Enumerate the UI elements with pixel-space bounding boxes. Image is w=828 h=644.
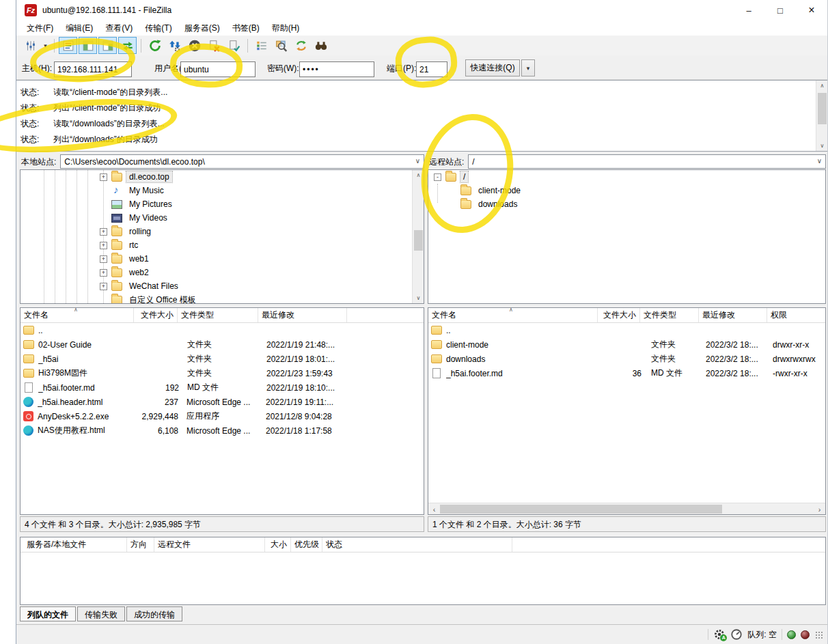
queue-column-remote-file[interactable]: 远程文件 — [154, 537, 265, 552]
tree-item[interactable]: My Videos — [20, 211, 424, 225]
remote-site-combo[interactable]: / ∨ — [468, 154, 826, 169]
file-row[interactable]: Hi3798M固件 文件夹 2022/1/23 1:59:43 — [20, 366, 424, 380]
queue-tab[interactable]: 列队的文件 — [20, 606, 76, 621]
column-header-filesize[interactable]: 文件大小 — [134, 308, 178, 322]
tree-expander[interactable]: + — [100, 269, 107, 277]
local-tree-scrollbar[interactable]: ∧ ∨ — [412, 170, 424, 303]
filter-button[interactable] — [252, 37, 271, 54]
file-row[interactable]: _h5ai.footer.md 192 MD 文件 2022/1/19 18:1… — [20, 380, 424, 395]
resize-grip[interactable] — [814, 630, 823, 639]
file-row[interactable]: _h5ai 文件夹 2022/1/19 18:01:... — [20, 352, 424, 366]
tree-expander[interactable]: + — [100, 283, 107, 290]
tree-expander[interactable]: + — [100, 255, 107, 263]
scrollbar-thumb[interactable] — [440, 505, 722, 514]
scroll-right-icon[interactable]: › — [814, 503, 825, 515]
site-manager-dropdown[interactable]: ▾ — [40, 37, 51, 54]
tree-expander[interactable]: - — [434, 173, 441, 181]
toggle-log-view-button[interactable] — [59, 37, 77, 54]
local-site-combo[interactable]: C:\Users\ecoo\Documents\dl.ecoo.top\ ∨ — [60, 154, 424, 169]
queue-column-direction[interactable]: 方向 — [127, 537, 154, 552]
toggle-remote-tree-button[interactable] — [98, 37, 117, 54]
minimize-button[interactable]: – — [733, 0, 764, 20]
tree-item[interactable]: client-mode — [428, 184, 825, 197]
column-header-filename[interactable]: 文件名 — [428, 308, 598, 322]
tree-item[interactable]: + WeChat Files — [20, 279, 424, 293]
transfer-mode-gear-icon[interactable]: A — [713, 628, 726, 641]
find-files-button[interactable] — [312, 37, 330, 54]
file-row[interactable]: AnyDesk+5.2.2.exe 2,929,448 应用程序 2021/12… — [20, 409, 424, 423]
tree-item[interactable]: + rtc — [20, 238, 424, 252]
menu-item[interactable]: 编辑(E) — [59, 21, 99, 36]
tree-item[interactable]: + web2 — [20, 266, 424, 279]
scroll-left-icon[interactable]: ‹ — [428, 503, 440, 515]
column-header-filetype[interactable]: 文件类型 — [178, 308, 258, 322]
file-row[interactable]: client-mode 文件夹 2022/3/2 18:... drwxr-xr… — [428, 337, 825, 352]
directory-comparison-button[interactable] — [272, 37, 290, 54]
synchronized-browsing-button[interactable] — [292, 37, 310, 54]
file-row[interactable]: _h5ai.header.html 237 Microsoft Edge ...… — [20, 395, 424, 409]
toggle-transfer-queue-button[interactable] — [118, 37, 137, 54]
remote-list-hscrollbar[interactable]: ‹ › — [428, 503, 825, 514]
scroll-down-icon[interactable]: ∨ — [816, 141, 828, 151]
scrollbar-thumb[interactable] — [414, 230, 423, 251]
menu-item[interactable]: 文件(F) — [20, 21, 59, 36]
tree-item[interactable]: - / — [428, 170, 825, 184]
log-scrollbar[interactable]: ∧ ∨ — [816, 81, 827, 151]
scroll-up-icon[interactable]: ∧ — [816, 81, 828, 91]
column-header-modified[interactable]: 最近修改 — [699, 308, 767, 322]
tree-item[interactable]: My Music — [20, 184, 424, 197]
quickconnect-dropdown[interactable]: ▾ — [521, 59, 535, 76]
toggle-local-tree-button[interactable] — [79, 37, 97, 54]
queue-column-status[interactable]: 状态 — [322, 537, 512, 552]
column-header-modified[interactable]: 最近修改 — [258, 308, 347, 322]
menu-item[interactable]: 帮助(H) — [266, 21, 306, 36]
quickconnect-button[interactable]: 快速连接(Q) — [465, 59, 520, 76]
chevron-down-icon[interactable]: ∨ — [415, 157, 420, 165]
file-row[interactable]: downloads 文件夹 2022/3/2 18:... drwxrwxrwx — [428, 352, 825, 366]
tree-item[interactable]: 自定义 Office 模板 — [20, 293, 424, 304]
tree-item[interactable]: + web1 — [20, 252, 424, 266]
cancel-button[interactable] — [185, 37, 204, 54]
scroll-up-icon[interactable]: ∧ — [413, 170, 424, 180]
disconnect-button[interactable] — [205, 37, 223, 54]
reconnect-button[interactable] — [225, 37, 243, 54]
speed-limit-gauge-icon[interactable] — [730, 628, 743, 641]
username-input[interactable] — [180, 61, 256, 77]
tree-item[interactable]: My Pictures — [20, 197, 424, 211]
file-row[interactable]: NAS使用教程.html 6,108 Microsoft Edge ... 20… — [20, 423, 424, 438]
port-input[interactable] — [416, 61, 447, 77]
tree-expander[interactable]: + — [100, 173, 107, 181]
scroll-down-icon[interactable]: ∨ — [413, 293, 424, 303]
column-header-permissions[interactable]: 权限 — [767, 308, 790, 322]
tree-item[interactable]: + dl.ecoo.top — [20, 170, 424, 184]
tree-item[interactable]: downloads — [428, 197, 825, 211]
menu-item[interactable]: 服务器(S) — [178, 21, 226, 36]
site-manager-button[interactable] — [21, 37, 40, 54]
tree-expander[interactable]: + — [100, 228, 107, 236]
file-row[interactable]: _h5ai.footer.md 36 MD 文件 2022/3/2 18:...… — [428, 366, 825, 380]
menu-item[interactable]: 传输(T) — [139, 21, 178, 36]
menu-item[interactable]: 书签(B) — [226, 21, 266, 36]
file-row[interactable]: .. — [428, 323, 825, 337]
file-type: 文件夹 — [187, 339, 260, 350]
scrollbar-thumb[interactable] — [818, 93, 827, 124]
queue-tab[interactable]: 成功的传输 — [126, 606, 182, 621]
menu-item[interactable]: 查看(V) — [99, 21, 139, 36]
password-input[interactable] — [299, 61, 374, 77]
process-queue-button[interactable] — [165, 37, 184, 54]
tree-expander[interactable]: + — [100, 242, 107, 249]
column-header-filetype[interactable]: 文件类型 — [640, 308, 699, 322]
file-row[interactable]: .. — [20, 323, 424, 337]
refresh-button[interactable] — [146, 37, 164, 54]
tree-item[interactable]: + rolling — [20, 225, 424, 238]
host-input[interactable] — [54, 61, 132, 77]
chevron-down-icon[interactable]: ∨ — [817, 157, 822, 165]
close-button[interactable]: × — [796, 0, 827, 20]
maximize-button[interactable]: □ — [764, 0, 796, 20]
queue-column-server-local-file[interactable]: 服务器/本地文件 — [23, 537, 127, 552]
column-header-filesize[interactable]: 文件大小 — [598, 308, 640, 322]
queue-column-size[interactable]: 大小 — [265, 537, 291, 552]
file-row[interactable]: 02-User Guide 文件夹 2022/1/19 21:48:... — [20, 337, 424, 352]
queue-column-priority[interactable]: 优先级 — [291, 537, 322, 552]
queue-tab[interactable]: 传输失败 — [77, 606, 125, 621]
